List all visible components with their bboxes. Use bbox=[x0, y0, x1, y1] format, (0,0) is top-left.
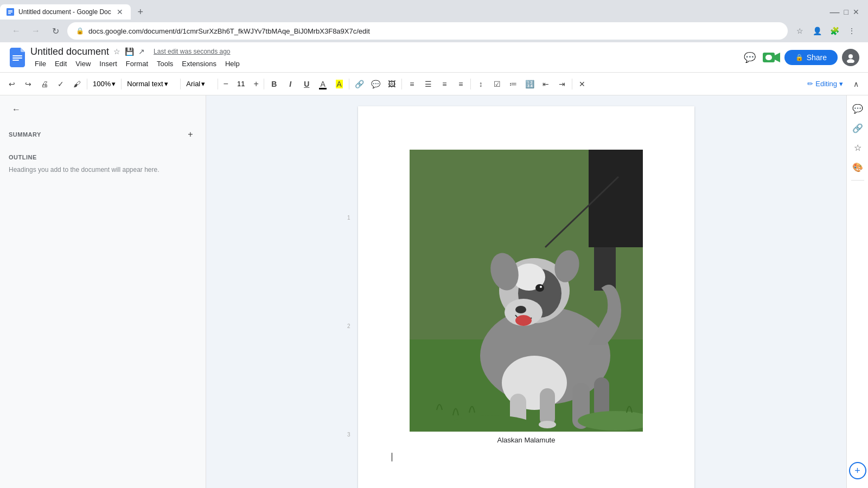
doc-title[interactable]: Untitled document bbox=[30, 46, 109, 57]
menu-format[interactable]: Format bbox=[122, 59, 152, 69]
toolbar-sep-9 bbox=[572, 79, 572, 89]
expand-toolbar-button[interactable]: ∧ bbox=[848, 76, 864, 92]
active-tab[interactable]: Untitled document - Google Doc ✕ bbox=[0, 4, 131, 20]
image-container bbox=[391, 150, 662, 432]
toolbar-sep-6 bbox=[349, 79, 349, 89]
outline-hint: Headings you add to the document will ap… bbox=[9, 165, 197, 175]
open-in-new-icon[interactable]: ↗ bbox=[138, 47, 145, 56]
tab-title: Untitled document - Google Doc bbox=[18, 8, 111, 16]
checklist-button[interactable]: ☑ bbox=[489, 76, 505, 92]
svg-point-22 bbox=[515, 315, 532, 326]
align-left-button[interactable]: ≡ bbox=[404, 76, 419, 92]
image-button[interactable]: 🖼 bbox=[384, 76, 399, 92]
right-panel-palette-icon[interactable]: 🎨 bbox=[849, 158, 866, 176]
comment-button[interactable]: 💬 bbox=[741, 49, 758, 66]
meet-button[interactable] bbox=[763, 49, 780, 66]
sidebar-back-button[interactable]: ← bbox=[9, 102, 24, 117]
document-page[interactable]: Alaskan Malamute bbox=[358, 106, 694, 488]
line-spacing-button[interactable]: ↕ bbox=[473, 76, 488, 92]
font-color-button[interactable]: A bbox=[315, 76, 330, 92]
security-icon: 🔒 bbox=[76, 27, 84, 35]
profile-button[interactable]: 👤 bbox=[809, 23, 825, 38]
menu-edit[interactable]: Edit bbox=[50, 59, 71, 69]
numbered-list-button[interactable]: 🔢 bbox=[522, 76, 537, 92]
summary-label: SUMMARY bbox=[9, 131, 41, 138]
docs-logo-icon bbox=[10, 48, 25, 67]
font-size-input[interactable]: 11 bbox=[232, 79, 250, 89]
doc-title-row: Untitled document ☆ 💾 ↗ Last edit was se… bbox=[30, 46, 737, 57]
redo-button[interactable]: ↪ bbox=[21, 76, 36, 92]
right-panel: 💬 🔗 ☆ 🎨 + bbox=[846, 95, 868, 488]
menu-file[interactable]: File bbox=[30, 59, 50, 69]
user-avatar[interactable] bbox=[842, 49, 859, 66]
menu-tools[interactable]: Tools bbox=[152, 59, 177, 69]
svg-point-11 bbox=[847, 59, 854, 63]
right-panel-link-icon[interactable]: 🔗 bbox=[849, 119, 866, 137]
menu-help[interactable]: Help bbox=[221, 59, 244, 69]
image-caption: Alaskan Malamute bbox=[391, 436, 662, 444]
align-center-button[interactable]: ☰ bbox=[420, 76, 436, 92]
comment-toolbar-button[interactable]: 💬 bbox=[368, 76, 383, 92]
paint-format-button[interactable]: 🖌 bbox=[69, 76, 85, 92]
toolbar: ↩ ↪ 🖨 ✓ 🖌 100% ▾ Normal text ▾ Arial ▾ −… bbox=[0, 73, 868, 95]
share-label: Share bbox=[807, 53, 827, 62]
increase-indent-button[interactable]: ⇥ bbox=[554, 76, 570, 92]
font-chevron: ▾ bbox=[201, 80, 205, 88]
menu-button[interactable]: ⋮ bbox=[844, 23, 859, 38]
menu-insert[interactable]: Insert bbox=[95, 59, 122, 69]
font-size-increase[interactable]: + bbox=[251, 76, 261, 92]
editing-pencil-icon: ✏ bbox=[807, 80, 813, 88]
cloud-save-icon: 💾 bbox=[125, 47, 134, 56]
reload-button[interactable]: ↻ bbox=[48, 23, 63, 38]
svg-rect-3 bbox=[8, 13, 11, 14]
close-button[interactable]: ✕ bbox=[853, 8, 859, 16]
new-tab-button[interactable]: + bbox=[133, 4, 148, 20]
svg-point-24 bbox=[535, 284, 544, 292]
app: Untitled document ☆ 💾 ↗ Last edit was se… bbox=[0, 42, 868, 488]
summary-section: SUMMARY + bbox=[0, 124, 206, 150]
decrease-indent-button[interactable]: ⇤ bbox=[538, 76, 553, 92]
share-button[interactable]: 🔒 Share bbox=[784, 50, 838, 65]
extensions-button[interactable]: 🧩 bbox=[827, 23, 842, 38]
spell-check-button[interactable]: ✓ bbox=[53, 76, 68, 92]
document-area[interactable]: Alaskan Malamute 1 2 3 bbox=[206, 95, 846, 488]
minimize-button[interactable]: — bbox=[830, 7, 840, 18]
highlight-button[interactable]: A bbox=[331, 76, 347, 92]
right-panel-star-icon[interactable]: ☆ bbox=[849, 139, 866, 156]
last-edit-text[interactable]: Last edit was seconds ago bbox=[154, 48, 230, 55]
undo-button[interactable]: ↩ bbox=[4, 76, 20, 92]
font-color-indicator bbox=[319, 88, 327, 89]
zoom-selector[interactable]: 100% ▾ bbox=[90, 79, 119, 89]
menu-extensions[interactable]: Extensions bbox=[177, 59, 221, 69]
clear-formatting-button[interactable]: ✕ bbox=[575, 76, 590, 92]
maximize-button[interactable]: □ bbox=[844, 8, 848, 16]
back-button[interactable]: ← bbox=[9, 23, 24, 38]
font-size-decrease[interactable]: − bbox=[220, 76, 231, 92]
font-selector[interactable]: Arial ▾ bbox=[183, 79, 215, 89]
link-button[interactable]: 🔗 bbox=[352, 76, 367, 92]
svg-point-10 bbox=[848, 54, 853, 59]
align-justify-button[interactable]: ≡ bbox=[453, 76, 468, 92]
print-button[interactable]: 🖨 bbox=[37, 76, 52, 92]
toolbar-sep-1 bbox=[87, 79, 87, 89]
editing-mode-selector[interactable]: ✏ Editing ▾ bbox=[803, 78, 847, 90]
svg-rect-9 bbox=[765, 55, 772, 60]
align-right-button[interactable]: ≡ bbox=[437, 76, 452, 92]
bullet-list-button[interactable]: ≔ bbox=[506, 76, 521, 92]
bold-button[interactable]: B bbox=[266, 76, 282, 92]
star-icon[interactable]: ☆ bbox=[113, 47, 120, 56]
tab-close-button[interactable]: ✕ bbox=[116, 8, 124, 16]
summary-add-button[interactable]: + bbox=[184, 128, 197, 141]
toolbar-sep-4 bbox=[218, 79, 218, 89]
bookmark-button[interactable]: ☆ bbox=[792, 23, 807, 38]
page-indicator-1: 1 bbox=[347, 215, 350, 221]
menu-view[interactable]: View bbox=[71, 59, 95, 69]
right-panel-comment-icon[interactable]: 💬 bbox=[849, 100, 866, 117]
italic-button[interactable]: I bbox=[283, 76, 298, 92]
toolbar-sep-3 bbox=[180, 79, 181, 89]
underline-button[interactable]: U bbox=[299, 76, 314, 92]
right-panel-add-button[interactable]: + bbox=[849, 462, 866, 479]
address-bar[interactable]: 🔒 docs.google.com/document/d/1cmrSurXzBh… bbox=[67, 22, 788, 40]
forward-button[interactable]: → bbox=[28, 23, 43, 38]
style-selector[interactable]: Normal text ▾ bbox=[124, 79, 178, 89]
